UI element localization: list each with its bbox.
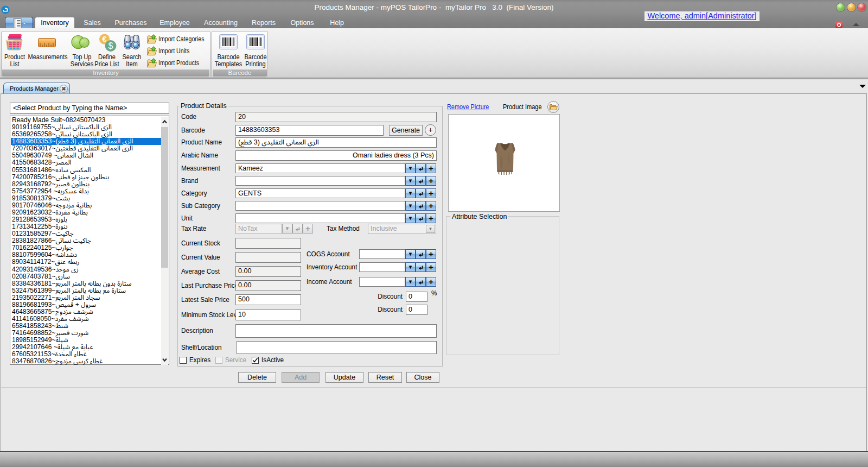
svg-text:€: € (103, 35, 107, 43)
svg-text:$: $ (108, 41, 113, 51)
